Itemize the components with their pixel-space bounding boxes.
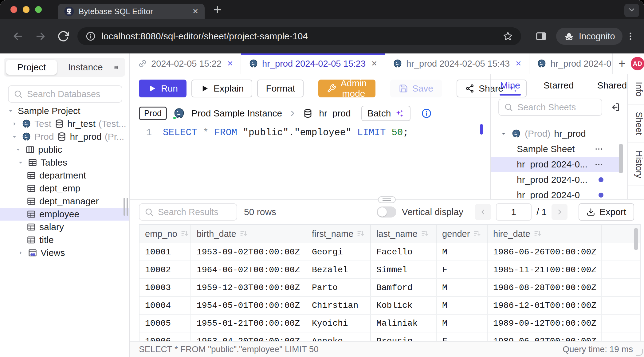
column-header-emp-no[interactable]: emp_no <box>139 225 191 243</box>
table-cell[interactable]: Georgi <box>306 243 371 261</box>
browser-tab[interactable]: Bytebase SQL Editor ✕ <box>58 4 205 19</box>
table-cell[interactable]: 1954-05-01T00:00:00Z <box>191 297 306 314</box>
run-button[interactable]: Run <box>139 80 187 97</box>
back-button[interactable] <box>12 30 24 42</box>
column-header-first-name[interactable]: first_name <box>306 225 371 243</box>
table-row[interactable]: 100011953-09-02T00:00:00ZGeorgiFacelloM1… <box>139 243 640 261</box>
scrollbar-thumb[interactable] <box>634 228 638 250</box>
table-cell[interactable]: 1985-11-21T00:00:00Z <box>488 261 602 278</box>
tree-item-views[interactable]: Views <box>0 246 129 259</box>
sheet-tab-mine[interactable]: Mine <box>500 75 521 96</box>
column-header-birth-date[interactable]: birth_date <box>191 225 306 243</box>
table-cell[interactable]: Bezalel <box>306 261 371 278</box>
table-cell[interactable]: Chirstian <box>306 297 371 314</box>
table-cell[interactable]: 10001 <box>139 243 191 261</box>
sidebar-resize-handle[interactable] <box>124 198 125 216</box>
column-header-gender[interactable]: gender <box>437 225 488 243</box>
sheet-item-menu[interactable] <box>594 144 603 154</box>
tree-item-employee[interactable]: employee <box>0 208 129 221</box>
table-cell[interactable]: 10002 <box>139 261 191 278</box>
table-cell[interactable]: Anneke <box>306 332 371 341</box>
table-row[interactable]: 100051955-01-21T00:00:00ZKyoichiMaliniak… <box>139 315 640 332</box>
new-tab-button[interactable]: + <box>213 1 222 18</box>
table-cell[interactable]: 1989-09-12T00:00:00Z <box>488 315 602 332</box>
sheet-tab-shared-w[interactable]: Shared w <box>596 75 627 96</box>
admin-mode-button[interactable]: Admin mode <box>318 80 375 97</box>
bookmark-star-icon[interactable] <box>503 31 513 41</box>
table-cell[interactable]: 10006 <box>139 332 191 341</box>
window-minimize-button[interactable] <box>23 6 29 13</box>
filter-settings-icon[interactable] <box>114 62 119 73</box>
page-number-input[interactable] <box>496 203 532 221</box>
table-cell[interactable]: Facello <box>371 243 437 261</box>
window-maximize-button[interactable] <box>35 6 42 13</box>
scrollbar-thumb[interactable] <box>619 144 623 173</box>
table-row[interactable]: 100021964-06-02T00:00:00ZBezalelSimmelF1… <box>139 261 640 279</box>
tab-instance[interactable]: Instance <box>57 60 114 75</box>
panel-resize-handle[interactable] <box>378 196 396 203</box>
table-row[interactable]: 100041954-05-01T00:00:00ZChirstianKoblic… <box>139 297 640 315</box>
table-cell[interactable]: Maliniak <box>371 315 437 332</box>
table-cell[interactable]: Bamford <box>371 279 437 296</box>
table-cell[interactable]: 10005 <box>139 315 191 332</box>
table-cell[interactable]: M <box>437 243 488 261</box>
table-cell[interactable]: Preusig <box>371 332 437 341</box>
table-cell[interactable]: Simmel <box>371 261 437 278</box>
rail-tab-sheet[interactable]: Sheet <box>628 104 644 143</box>
sheet-group-hr-prod[interactable]: (Prod)hr_prod <box>491 126 621 141</box>
vertical-display-toggle[interactable] <box>377 206 396 218</box>
table-cell[interactable]: Koblick <box>371 297 437 314</box>
table-cell[interactable]: F <box>437 332 488 341</box>
table-cell[interactable]: 1959-12-03T00:00:00Z <box>191 279 306 296</box>
table-cell[interactable]: M <box>437 279 488 296</box>
rail-tab-history[interactable]: History <box>628 143 644 186</box>
sheet-search-input[interactable]: Search Sheets <box>498 99 602 116</box>
side-panel-icon[interactable] <box>535 30 547 42</box>
avatar[interactable]: AD <box>631 57 644 70</box>
tab-search-button[interactable] <box>624 4 639 17</box>
new-worksheet-button[interactable]: + <box>613 53 631 74</box>
column-header-hire-date[interactable]: hire_date <box>488 225 602 243</box>
table-cell[interactable]: 1986-08-28T00:00:00Z <box>488 279 602 296</box>
database-name[interactable]: hr_prod <box>319 108 351 119</box>
format-button[interactable]: Format <box>257 80 304 97</box>
close-worksheet-icon[interactable]: ✕ <box>227 59 233 68</box>
table-cell[interactable]: 10004 <box>139 297 191 314</box>
table-cell[interactable]: Kyoichi <box>306 315 371 332</box>
sidebar-resize-handle[interactable] <box>127 198 128 216</box>
prev-page-button[interactable] <box>475 204 491 220</box>
table-cell[interactable]: Parto <box>306 279 371 296</box>
tree-item-public[interactable]: public <box>0 143 129 156</box>
sheet-tab-starred[interactable]: Starred <box>543 75 574 96</box>
table-row[interactable]: 100031959-12-03T00:00:00ZPartoBamfordM19… <box>139 279 640 297</box>
sheet-item-hr-prod-2024-0[interactable]: hr_prod 2024-0... <box>491 157 621 172</box>
tree-item-title[interactable]: title <box>0 233 129 246</box>
forward-button[interactable] <box>34 30 47 42</box>
tree-item-tables[interactable]: Tables <box>0 156 129 169</box>
tree-item-dept-emp[interactable]: dept_emp <box>0 182 129 195</box>
table-cell[interactable]: 10003 <box>139 279 191 296</box>
tab-project[interactable]: Project <box>6 60 57 75</box>
batch-button[interactable]: Batch <box>361 106 411 121</box>
site-info-icon[interactable] <box>85 31 96 41</box>
tree-item-hr-prod[interactable]: Prodhr_prod(Pr... <box>0 130 129 143</box>
explain-button[interactable]: Explain <box>191 80 252 97</box>
save-button[interactable]: Save <box>390 80 442 97</box>
tree-item-dept-manager[interactable]: dept_manager <box>0 195 129 208</box>
table-cell[interactable]: 1989-06-02T00:00:00Z <box>488 332 602 341</box>
sheet-item-sample-sheet[interactable]: Sample Sheet <box>491 141 621 157</box>
close-worksheet-icon[interactable]: ✕ <box>515 59 521 68</box>
table-cell[interactable]: 1955-01-21T00:00:00Z <box>191 315 306 332</box>
table-cell[interactable]: 1953-09-02T00:00:00Z <box>191 243 306 261</box>
tree-item-salary[interactable]: salary <box>0 221 129 233</box>
column-header-last-name[interactable]: last_name <box>371 225 437 243</box>
address-bar[interactable]: localhost:8080/sql-editor/sheet/project-… <box>77 27 521 45</box>
window-resize-corner[interactable] <box>636 349 643 356</box>
table-cell[interactable]: M <box>437 297 488 314</box>
results-search-input[interactable]: Search Results <box>139 203 237 221</box>
table-cell[interactable]: F <box>437 261 488 278</box>
export-button[interactable]: Export <box>579 203 634 221</box>
next-page-button[interactable] <box>552 204 567 220</box>
info-icon[interactable] <box>421 108 432 119</box>
worksheet-tab-hr-prod-2024-0[interactable]: hr_prod 2024-0 <box>529 53 613 74</box>
